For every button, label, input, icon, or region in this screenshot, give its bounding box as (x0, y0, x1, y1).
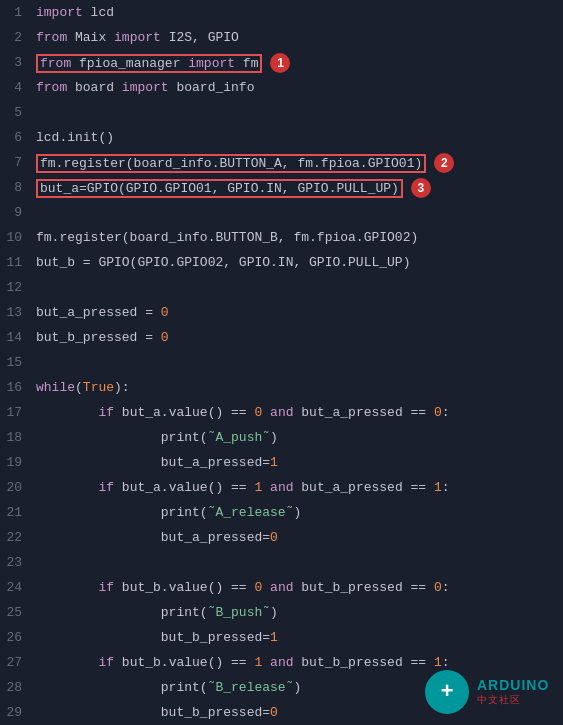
arduino-brand-label: ARDUINO (477, 677, 549, 693)
code-line: 2from Maix import I2S, GPIO (0, 25, 563, 50)
line-number: 1 (0, 5, 30, 20)
line-text: but_b = GPIO(GPIO.GPIO02, GPIO.IN, GPIO.… (30, 255, 563, 270)
code-line: 24 if but_b.value() == 0 and but_b_press… (0, 575, 563, 600)
line-number: 29 (0, 705, 30, 720)
line-number: 8 (0, 180, 30, 195)
code-line: 8but_a=GPIO(GPIO.GPIO01, GPIO.IN, GPIO.P… (0, 175, 563, 200)
line-text: but_b_pressed=1 (30, 630, 563, 645)
line-number: 27 (0, 655, 30, 670)
arduino-sub-label: 中文社区 (477, 693, 521, 707)
line-text: but_a=GPIO(GPIO.GPIO01, GPIO.IN, GPIO.PU… (30, 178, 563, 198)
line-number: 28 (0, 680, 30, 695)
line-text: while(True): (30, 380, 563, 395)
line-number: 11 (0, 255, 30, 270)
line-text: import lcd (30, 5, 563, 20)
code-line: 17 if but_a.value() == 0 and but_a_press… (0, 400, 563, 425)
line-number: 23 (0, 555, 30, 570)
arduino-logo: + ARDUINO 中文社区 (425, 667, 555, 717)
code-line: 11but_b = GPIO(GPIO.GPIO02, GPIO.IN, GPI… (0, 250, 563, 275)
line-text: lcd.init() (30, 130, 563, 145)
arduino-text-block: ARDUINO 中文社区 (477, 677, 549, 707)
arduino-icon: + (425, 670, 469, 714)
code-line: 7fm.register(board_info.BUTTON_A, fm.fpi… (0, 150, 563, 175)
annotation-badge: 1 (270, 53, 290, 73)
line-text: but_a_pressed = 0 (30, 305, 563, 320)
code-line: 10fm.register(board_info.BUTTON_B, fm.fp… (0, 225, 563, 250)
line-number: 17 (0, 405, 30, 420)
code-editor: 1import lcd2from Maix import I2S, GPIO3f… (0, 0, 563, 725)
code-line: 6lcd.init() (0, 125, 563, 150)
annotation-badge: 2 (434, 153, 454, 173)
line-number: 9 (0, 205, 30, 220)
code-line: 3from fpioa_manager import fm1 (0, 50, 563, 75)
code-line: 9 (0, 200, 563, 225)
line-number: 22 (0, 530, 30, 545)
line-number: 10 (0, 230, 30, 245)
line-text: from Maix import I2S, GPIO (30, 30, 563, 45)
line-number: 18 (0, 430, 30, 445)
line-number: 24 (0, 580, 30, 595)
code-line: 13but_a_pressed = 0 (0, 300, 563, 325)
annotation-badge: 3 (411, 178, 431, 198)
line-number: 19 (0, 455, 30, 470)
line-number: 21 (0, 505, 30, 520)
line-text: print(˜A_release˜) (30, 505, 563, 520)
line-number: 7 (0, 155, 30, 170)
code-line: 18 print(˜A_push˜) (0, 425, 563, 450)
code-line: 16while(True): (0, 375, 563, 400)
line-text: but_b_pressed = 0 (30, 330, 563, 345)
code-line: 25 print(˜B_push˜) (0, 600, 563, 625)
code-line: 23 (0, 550, 563, 575)
line-number: 5 (0, 105, 30, 120)
line-number: 4 (0, 80, 30, 95)
code-line: 26 but_b_pressed=1 (0, 625, 563, 650)
line-number: 15 (0, 355, 30, 370)
line-text: fm.register(board_info.BUTTON_B, fm.fpio… (30, 230, 563, 245)
code-line: 4from board import board_info (0, 75, 563, 100)
line-text: fm.register(board_info.BUTTON_A, fm.fpio… (30, 153, 563, 173)
code-line: 21 print(˜A_release˜) (0, 500, 563, 525)
line-number: 14 (0, 330, 30, 345)
line-number: 2 (0, 30, 30, 45)
line-text: if but_a.value() == 1 and but_a_pressed … (30, 480, 563, 495)
code-line: 12 (0, 275, 563, 300)
code-line: 15 (0, 350, 563, 375)
line-number: 13 (0, 305, 30, 320)
line-number: 6 (0, 130, 30, 145)
code-line: 22 but_a_pressed=0 (0, 525, 563, 550)
code-line: 1import lcd (0, 0, 563, 25)
line-text: if but_b.value() == 0 and but_b_pressed … (30, 580, 563, 595)
line-number: 20 (0, 480, 30, 495)
line-number: 16 (0, 380, 30, 395)
line-text: print(˜A_push˜) (30, 430, 563, 445)
line-text: print(˜B_push˜) (30, 605, 563, 620)
code-line: 20 if but_a.value() == 1 and but_a_press… (0, 475, 563, 500)
line-number: 25 (0, 605, 30, 620)
line-number: 3 (0, 55, 30, 70)
code-line: 19 but_a_pressed=1 (0, 450, 563, 475)
code-line: 5 (0, 100, 563, 125)
line-text: but_a_pressed=0 (30, 530, 563, 545)
line-text: from fpioa_manager import fm1 (30, 53, 563, 73)
line-number: 12 (0, 280, 30, 295)
line-number: 26 (0, 630, 30, 645)
line-text: but_a_pressed=1 (30, 455, 563, 470)
line-text: from board import board_info (30, 80, 563, 95)
code-line: 14but_b_pressed = 0 (0, 325, 563, 350)
line-text: if but_a.value() == 0 and but_a_pressed … (30, 405, 563, 420)
